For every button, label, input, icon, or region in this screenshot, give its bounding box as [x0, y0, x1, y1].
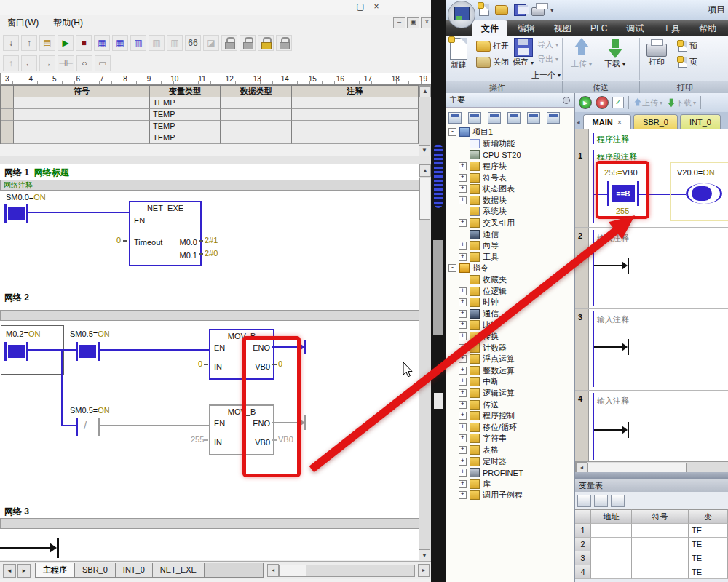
tree-item[interactable]: + 中断 — [446, 376, 574, 388]
network2-comment[interactable] — [0, 310, 419, 321]
expand-toggle[interactable]: + — [459, 378, 467, 386]
force-lock-icon[interactable] — [221, 35, 237, 51]
editor-tab[interactable]: SBR_0 — [633, 114, 678, 129]
upload-label[interactable]: 上传 — [642, 97, 658, 108]
trend-view-icon[interactable]: ▥ — [149, 35, 165, 51]
expand-toggle[interactable]: + — [459, 287, 467, 295]
ribbon-new-button[interactable]: 新建 — [450, 38, 467, 71]
tree-item[interactable]: + 交叉引用 — [446, 218, 574, 229]
tree-item[interactable]: + 向导 — [446, 240, 574, 252]
comment-cell[interactable] — [292, 109, 419, 121]
tab-scroll-icon[interactable]: ◂ — [577, 119, 580, 126]
tree-item[interactable]: + 通信 — [446, 308, 574, 320]
status-chart-shortcut-icon[interactable] — [488, 112, 501, 124]
row-number[interactable]: 1 — [575, 524, 591, 538]
ribbon-tab[interactable]: 编辑 — [509, 20, 544, 37]
insert-coil-icon[interactable]: ‹› — [76, 55, 92, 71]
editor-splitter[interactable] — [575, 472, 728, 479]
expand-toggle[interactable]: + — [459, 367, 467, 375]
tree-item[interactable]: 通信 — [446, 228, 574, 240]
ribbon-save-button[interactable]: 保存 ▾ — [513, 38, 534, 68]
tree-item[interactable]: + 浮点运算 — [446, 354, 574, 365]
column-header[interactable]: 符号 — [14, 85, 150, 97]
expand-toggle[interactable]: + — [459, 401, 467, 409]
expand-toggle[interactable]: + — [459, 321, 467, 329]
data-type-cell[interactable] — [221, 97, 292, 109]
hscroll-thumb[interactable] — [279, 565, 306, 577]
qat-dropdown-icon[interactable]: ▾ — [550, 7, 554, 14]
var-type-cell[interactable]: TE — [689, 565, 728, 579]
symbol-cell[interactable] — [632, 524, 689, 538]
save-file-icon[interactable] — [514, 4, 526, 16]
print-file-icon[interactable] — [531, 7, 545, 16]
pou-tab[interactable]: 主程序 — [35, 563, 75, 578]
editor-tab[interactable]: INT_0 — [680, 114, 721, 129]
expand-toggle[interactable]: + — [459, 162, 467, 170]
app-button-icon[interactable] — [448, 1, 475, 28]
contact-m0-2[interactable] — [8, 345, 25, 358]
download-small-icon[interactable] — [668, 98, 676, 108]
expand-toggle[interactable]: + — [459, 480, 467, 488]
tree-item[interactable]: + 定时器 — [446, 455, 574, 467]
pou-tab[interactable]: SBR_0 — [74, 563, 116, 578]
tree-item[interactable]: + 符号表 — [446, 172, 574, 183]
unforce-lock-icon[interactable] — [240, 35, 256, 51]
column-header[interactable]: 数据类型 — [221, 85, 292, 97]
tree-item[interactable]: + 转换 — [446, 331, 574, 343]
hscroll-left-icon[interactable]: ◂ — [267, 564, 279, 577]
tree-item[interactable]: + 程序控制 — [446, 410, 574, 422]
contact-sm0-5[interactable] — [79, 345, 96, 358]
menu-item[interactable]: 窗口(W) — [0, 17, 46, 29]
ribbon-pagesetup-button[interactable]: 页 — [678, 57, 697, 68]
expand-toggle[interactable]: - — [448, 264, 456, 272]
tree-item[interactable]: + 库 — [446, 478, 574, 490]
hscroll-right-icon[interactable]: ▸ — [418, 564, 430, 577]
ribbon-tab[interactable]: 帮助 — [690, 20, 725, 37]
address-cell[interactable] — [591, 538, 632, 551]
run-mode-icon[interactable]: ▶ — [579, 96, 592, 109]
tree-item[interactable]: - 指令 — [446, 263, 574, 274]
program-block-shortcut-icon[interactable] — [448, 112, 462, 124]
open-file-icon[interactable] — [495, 5, 508, 15]
var-type-cell[interactable]: TEMP — [150, 109, 221, 121]
pin-icon[interactable] — [563, 97, 570, 104]
tree-item[interactable]: + 整数运算 — [446, 364, 574, 376]
vartable-scrollbar[interactable]: ▲ ▼ — [419, 85, 432, 156]
new-file-icon[interactable] — [479, 4, 489, 16]
ribbon-print-button[interactable]: 打印 — [646, 38, 667, 68]
expand-toggle[interactable]: + — [459, 434, 467, 442]
tree-item[interactable]: 系统块 — [446, 206, 574, 218]
var-type-cell[interactable]: TE — [689, 551, 728, 565]
output-coil[interactable] — [686, 183, 722, 204]
ribbon-export-button[interactable]: 导出 ▾ — [537, 54, 558, 65]
nav-forward-icon[interactable]: → — [39, 55, 55, 71]
comment-cell[interactable] — [292, 132, 419, 144]
address-cell[interactable] — [591, 565, 632, 579]
pou-tab[interactable]: INT_0 — [115, 563, 153, 578]
tree-item[interactable]: + 移位/循环 — [446, 421, 574, 433]
nav-back-icon[interactable]: ← — [21, 55, 37, 71]
insert-box-icon[interactable]: ▭ — [95, 55, 111, 71]
tree-item[interactable]: + 表格 — [446, 445, 574, 456]
row-number[interactable]: 2 — [575, 538, 591, 551]
tree-item[interactable]: + PROFINET — [446, 467, 574, 479]
column-header[interactable]: 变 — [689, 509, 728, 524]
tree-item[interactable]: + 时钟 — [446, 297, 574, 308]
ribbon-close-button[interactable]: 关闭 — [476, 57, 509, 68]
data-type-cell[interactable] — [221, 132, 292, 144]
expand-toggle[interactable]: + — [459, 332, 467, 340]
pause-status-icon[interactable]: ◪ — [203, 35, 219, 51]
tree-item[interactable]: + 计数器 — [446, 342, 574, 354]
row-number[interactable]: 4 — [575, 565, 591, 579]
expand-toggle[interactable]: + — [459, 298, 467, 306]
expand-toggle[interactable]: + — [459, 458, 467, 466]
ribbon-previous-button[interactable]: 上一个 ▾ — [531, 70, 561, 81]
symbol-cell[interactable] — [632, 551, 689, 565]
expand-toggle[interactable]: + — [459, 491, 467, 499]
run-icon[interactable]: ▶ — [58, 35, 74, 51]
symbol-cell[interactable] — [14, 109, 150, 121]
download-program-icon[interactable]: ▦ — [112, 35, 128, 51]
var-type-cell[interactable]: TEMP — [150, 132, 221, 144]
read-force-lock-icon[interactable] — [276, 35, 292, 51]
data-block-shortcut-icon[interactable] — [507, 112, 521, 124]
